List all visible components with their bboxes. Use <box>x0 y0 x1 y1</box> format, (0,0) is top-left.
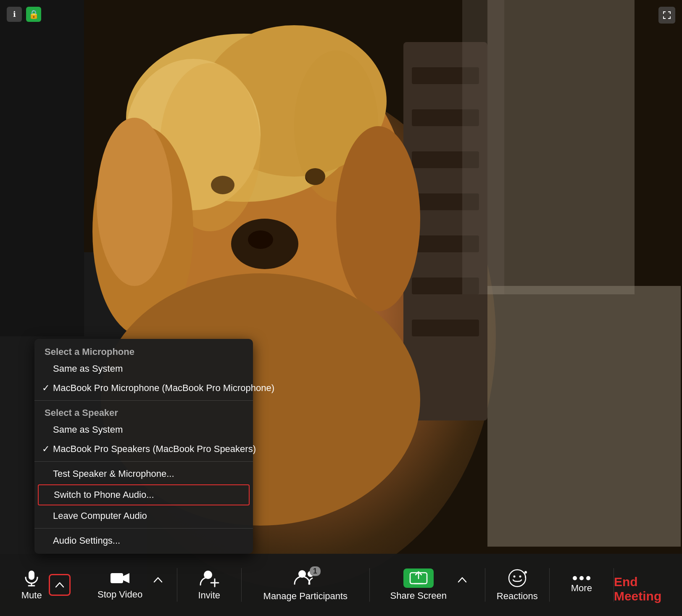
share-screen-icon-bg <box>403 568 434 588</box>
svg-rect-17 <box>0 0 84 336</box>
top-bar: ℹ 🔒 <box>7 7 41 22</box>
menu-divider-2 <box>34 461 253 462</box>
share-screen-group: Share Screen <box>370 554 485 616</box>
mute-group: Mute <box>4 554 81 616</box>
speaker-macbook-pro[interactable]: MacBook Pro Speakers (MacBook Pro Speake… <box>34 439 253 459</box>
more-label: More <box>571 583 592 594</box>
video-chevron-button[interactable] <box>149 577 167 583</box>
camera-icon <box>110 570 131 587</box>
more-dots-icon <box>573 576 590 580</box>
share-screen-button[interactable]: Share Screen <box>384 568 454 601</box>
test-speaker-microphone[interactable]: Test Speaker & Microphone... <box>34 464 253 484</box>
svg-rect-32 <box>111 573 123 583</box>
svg-rect-15 <box>462 0 504 294</box>
share-screen-label: Share Screen <box>390 590 447 601</box>
svg-point-19 <box>248 230 273 249</box>
mute-button[interactable]: Mute <box>15 569 49 601</box>
svg-rect-13 <box>412 320 479 336</box>
manage-participants-label: Manage Participants <box>263 591 348 602</box>
svg-point-44 <box>524 571 527 574</box>
audio-dropdown-menu: Select a Microphone Same as System MacBo… <box>34 339 253 554</box>
video-chevron-up-icon <box>153 577 163 583</box>
reactions-icon <box>507 568 527 588</box>
svg-point-43 <box>519 576 521 578</box>
toolbar: Mute Stop Video <box>0 554 682 616</box>
speaker-same-as-system[interactable]: Same as System <box>34 420 253 439</box>
mic-macbook-pro[interactable]: MacBook Pro Microphone (MacBook Pro Micr… <box>34 378 253 398</box>
microphone-section-header: Select a Microphone <box>34 342 253 359</box>
info-icon[interactable]: ℹ <box>7 7 22 22</box>
svg-point-25 <box>97 118 172 286</box>
svg-rect-14 <box>487 0 635 294</box>
stop-video-button[interactable]: Stop Video <box>91 570 149 600</box>
svg-point-26 <box>336 126 420 311</box>
audio-settings[interactable]: Audio Settings... <box>34 531 253 550</box>
microphone-icon <box>22 569 41 587</box>
fullscreen-button[interactable] <box>658 7 675 24</box>
stop-video-group: Stop Video <box>81 554 177 616</box>
manage-participants-group: 1 Manage Participants <box>242 554 369 616</box>
fullscreen-icon <box>662 11 671 20</box>
share-screen-chevron-button[interactable] <box>453 577 471 583</box>
svg-rect-29 <box>29 571 34 580</box>
stop-video-label: Stop Video <box>97 589 142 600</box>
mic-same-as-system[interactable]: Same as System <box>34 359 253 378</box>
more-button[interactable]: More <box>550 554 614 616</box>
share-screen-icon <box>409 571 428 585</box>
speaker-section-header: Select a Speaker <box>34 403 253 420</box>
share-chevron-up-icon <box>458 577 467 583</box>
switch-to-phone-audio[interactable]: Switch to Phone Audio... <box>38 484 250 505</box>
manage-participants-button[interactable]: 1 Manage Participants <box>257 568 355 602</box>
mute-label: Mute <box>21 590 42 601</box>
svg-point-42 <box>513 576 515 578</box>
menu-divider-1 <box>34 400 253 401</box>
participants-count-badge: 1 <box>310 566 321 576</box>
reactions-label: Reactions <box>497 591 538 602</box>
end-meeting-label: End Meeting <box>614 575 678 603</box>
invite-button[interactable]: Invite <box>177 554 241 616</box>
leave-computer-audio[interactable]: Leave Computer Audio <box>34 506 253 526</box>
menu-divider-3 <box>34 528 253 529</box>
reactions-button[interactable]: Reactions <box>485 554 549 616</box>
shield-icon[interactable]: 🔒 <box>26 7 41 22</box>
end-meeting-button[interactable]: End Meeting <box>614 554 678 616</box>
invite-label: Invite <box>198 590 220 601</box>
invite-icon <box>199 569 220 587</box>
chevron-up-icon <box>55 582 64 588</box>
mute-chevron-button[interactable] <box>49 574 71 596</box>
svg-rect-28 <box>487 286 681 547</box>
